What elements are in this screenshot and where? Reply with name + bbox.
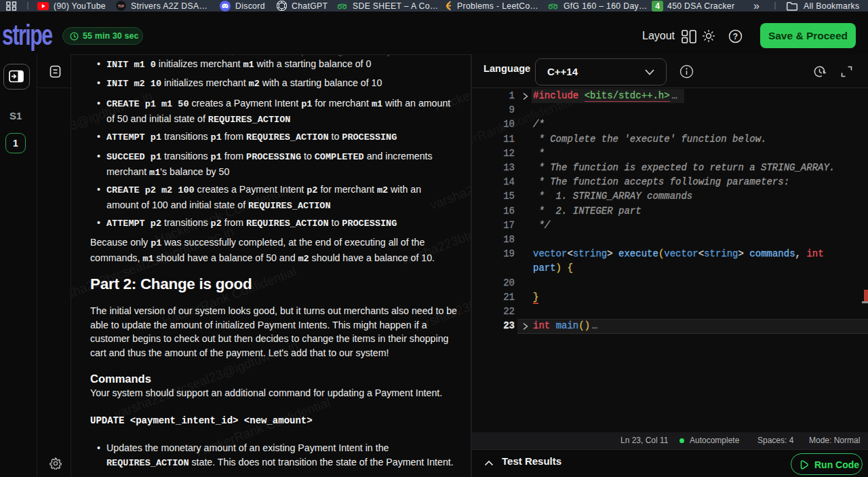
svg-text:TUF: TUF (118, 5, 124, 8)
svg-text:?: ? (733, 32, 738, 41)
